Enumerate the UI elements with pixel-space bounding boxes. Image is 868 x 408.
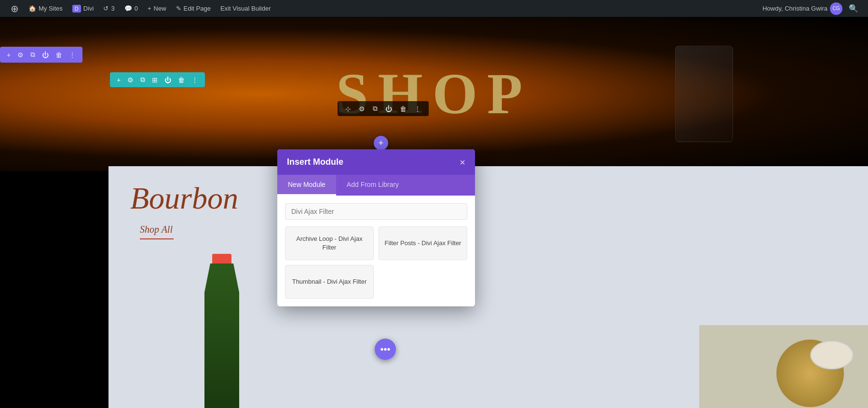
modal-close-btn[interactable]: × bbox=[460, 158, 465, 167]
row-more-icon[interactable]: ⋮ bbox=[67, 50, 78, 60]
col-add-icon[interactable]: + bbox=[115, 75, 122, 85]
module-filter-posts-label: Filter Posts - Divi Ajax Filter bbox=[385, 239, 461, 248]
my-sites-menu[interactable]: 🏠 My Sites bbox=[24, 0, 68, 17]
admin-bar-right: Howdy, Christina Gwira CG 🔍 bbox=[762, 2, 862, 15]
edit-page-label: Edit Page bbox=[184, 5, 211, 12]
row-add-icon[interactable]: + bbox=[5, 50, 13, 60]
updates-menu[interactable]: ↺ 3 bbox=[98, 0, 119, 17]
module-more-icon[interactable]: ⋮ bbox=[412, 104, 423, 114]
module-move-icon[interactable]: ⊹ bbox=[343, 104, 353, 114]
column-toolbar: + ⚙ ⧉ ⊞ ⏻ 🗑 ⋮ bbox=[110, 72, 205, 87]
shop-all-link[interactable]: Shop All bbox=[140, 224, 173, 235]
avatar: CG bbox=[830, 2, 842, 15]
exit-vb-label: Exit Visual Builder bbox=[220, 5, 271, 12]
col-settings-icon[interactable]: ⚙ bbox=[125, 75, 136, 85]
howdy-label: Howdy, Christina Gwira bbox=[762, 5, 827, 12]
row-delete-icon[interactable]: 🗑 bbox=[54, 50, 64, 60]
row-settings-icon[interactable]: ⚙ bbox=[15, 50, 26, 60]
comments-icon: 💬 bbox=[124, 5, 132, 12]
col-delete-icon[interactable]: 🗑 bbox=[176, 75, 187, 85]
tab-new-module[interactable]: New Module bbox=[277, 175, 336, 196]
module-grid: Archive Loop - Divi Ajax Filter Filter P… bbox=[285, 226, 467, 299]
divi-icon: D bbox=[72, 5, 81, 13]
hero-text: SHOP bbox=[336, 61, 532, 127]
row-power-icon[interactable]: ⏻ bbox=[40, 50, 51, 60]
page-content: SHOP Bourbon Shop All + ⚙ ⧉ ⏻ 🗑 ⋮ + ⚙ ⧉ … bbox=[0, 17, 868, 408]
new-label: New bbox=[154, 5, 166, 12]
exit-vb-btn[interactable]: Exit Visual Builder bbox=[216, 0, 276, 17]
wp-icon: ⊕ bbox=[11, 3, 19, 14]
pencil-icon: ✎ bbox=[176, 5, 181, 12]
plus-icon: + bbox=[379, 138, 384, 148]
module-toolbar: ⊹ ⚙ ⧉ ⏻ 🗑 ⋮ bbox=[338, 101, 429, 116]
shop-all-underline bbox=[140, 238, 174, 239]
module-thumbnail-label: Thumbnail - Divi Ajax Filter bbox=[292, 277, 367, 286]
comments-count: 0 bbox=[135, 5, 138, 12]
edit-page-btn[interactable]: ✎ Edit Page bbox=[171, 0, 216, 17]
module-power-icon[interactable]: ⏻ bbox=[383, 104, 394, 114]
row-toolbar: + ⚙ ⧉ ⏻ 🗑 ⋮ bbox=[0, 47, 82, 63]
divi-menu[interactable]: D Divi bbox=[68, 0, 99, 17]
module-search-input[interactable] bbox=[285, 203, 467, 220]
add-module-btn[interactable]: + bbox=[374, 136, 388, 150]
glass-decoration bbox=[675, 46, 733, 142]
dots-icon: ••• bbox=[380, 344, 390, 355]
right-decoration bbox=[699, 325, 868, 408]
hero-section: SHOP bbox=[0, 17, 868, 171]
col-layout-icon[interactable]: ⧉ bbox=[138, 75, 147, 85]
tab-library-label: Add From Library bbox=[347, 181, 399, 188]
bourbon-heading: Bourbon bbox=[130, 181, 238, 216]
insert-module-modal: Insert Module × New Module Add From Libr… bbox=[277, 149, 475, 306]
module-archive-loop-label: Archive Loop - Divi Ajax Filter bbox=[290, 235, 368, 252]
search-icon[interactable]: 🔍 bbox=[845, 4, 862, 13]
tab-add-from-library[interactable]: Add From Library bbox=[336, 175, 409, 196]
search-wrapper bbox=[285, 203, 467, 220]
modal-tabs: New Module Add From Library bbox=[277, 175, 475, 196]
bowl-decoration bbox=[810, 341, 854, 369]
module-card-archive-loop[interactable]: Archive Loop - Divi Ajax Filter bbox=[285, 226, 374, 260]
col-power-icon[interactable]: ⏻ bbox=[163, 75, 173, 85]
new-menu[interactable]: + New bbox=[143, 0, 171, 17]
updates-count: 3 bbox=[111, 5, 114, 12]
module-card-thumbnail[interactable]: Thumbnail - Divi Ajax Filter bbox=[285, 265, 374, 299]
modal-header: Insert Module × bbox=[277, 149, 475, 175]
modal-title: Insert Module bbox=[287, 157, 343, 167]
my-sites-label: My Sites bbox=[39, 5, 63, 12]
col-more-icon[interactable]: ⋮ bbox=[190, 75, 200, 85]
home-icon: 🏠 bbox=[28, 5, 36, 12]
divi-label: Divi bbox=[83, 5, 94, 12]
wp-logo[interactable]: ⊕ bbox=[6, 0, 24, 17]
tab-new-module-label: New Module bbox=[288, 181, 326, 188]
updates-icon: ↺ bbox=[103, 5, 108, 12]
plus-icon: + bbox=[148, 5, 151, 12]
admin-bar: ⊕ 🏠 My Sites D Divi ↺ 3 💬 0 + New ✎ Edit… bbox=[0, 0, 868, 17]
module-card-filter-posts[interactable]: Filter Posts - Divi Ajax Filter bbox=[379, 226, 467, 260]
dots-fab-btn[interactable]: ••• bbox=[375, 339, 396, 360]
row-layout-icon[interactable]: ⧉ bbox=[28, 50, 37, 60]
module-layout-icon[interactable]: ⧉ bbox=[371, 104, 380, 114]
module-settings-icon[interactable]: ⚙ bbox=[357, 104, 367, 114]
modal-body: Archive Loop - Divi Ajax Filter Filter P… bbox=[277, 196, 475, 306]
module-delete-icon[interactable]: 🗑 bbox=[398, 104, 408, 114]
comments-menu[interactable]: 💬 0 bbox=[120, 0, 143, 17]
col-grid-icon[interactable]: ⊞ bbox=[150, 75, 160, 85]
